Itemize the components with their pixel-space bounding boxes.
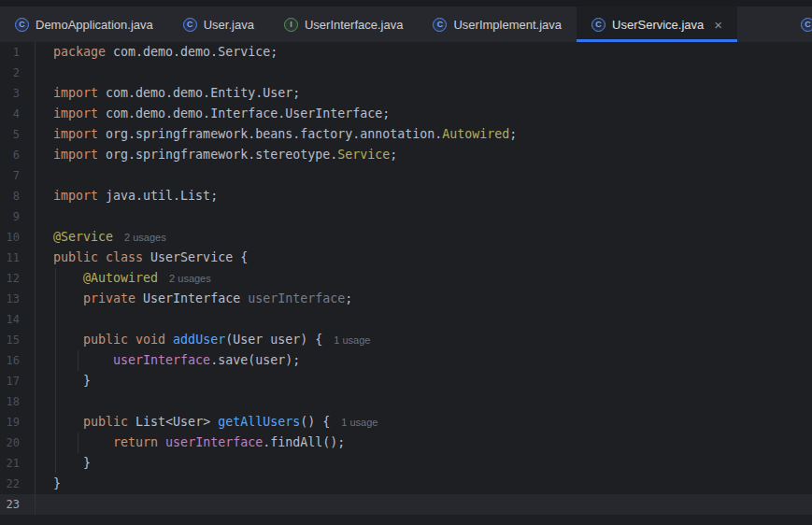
code-line[interactable]: 8import java.util.List; <box>0 186 812 206</box>
code-text <box>36 165 53 186</box>
code-line[interactable]: 17 } <box>0 371 812 391</box>
code-line[interactable]: 19 public List<User> getAllUsers() {1 us… <box>0 412 812 433</box>
code-line[interactable]: 16 userInterface.save(user); <box>0 350 812 371</box>
line-number[interactable]: 1 <box>0 42 36 63</box>
code-line[interactable]: 2 <box>0 63 812 83</box>
code-text: public class UserService { <box>36 248 248 268</box>
tab-label: UserService.java <box>612 18 704 32</box>
close-icon[interactable]: × <box>714 18 722 32</box>
line-number[interactable]: 13 <box>0 289 36 309</box>
line-number[interactable]: 21 <box>0 453 36 474</box>
code-line[interactable]: 15 public void addUser(User user) {1 usa… <box>0 330 812 350</box>
code-line[interactable]: 13 private UserInterface userInterface; <box>0 289 812 309</box>
line-number[interactable]: 3 <box>0 83 36 104</box>
line-number[interactable]: 5 <box>0 124 36 145</box>
code-text: } <box>36 453 91 474</box>
line-number[interactable]: 9 <box>0 206 36 227</box>
line-number[interactable]: 7 <box>0 165 36 186</box>
class-icon: C <box>15 18 29 32</box>
code-line[interactable]: 7 <box>0 165 812 186</box>
code-line[interactable]: 18 <box>0 391 812 412</box>
tab-demoapplication-java[interactable]: C DemoApplication.java <box>0 7 168 42</box>
usage-hint[interactable]: 2 usages <box>124 232 166 243</box>
code-line[interactable]: 21 } <box>0 453 812 474</box>
code-text: package com.demo.demo.Service; <box>36 42 278 63</box>
indent-guide <box>78 350 78 371</box>
code-text <box>36 494 53 515</box>
code-text: private UserInterface userInterface; <box>36 289 352 309</box>
line-number[interactable]: 18 <box>0 391 36 412</box>
code-line[interactable]: 5import org.springframework.beans.factor… <box>0 124 812 145</box>
usage-hint[interactable]: 2 usages <box>169 273 211 284</box>
line-number[interactable]: 23 <box>0 494 36 515</box>
ide-window: C DemoApplication.java C User.java I Use… <box>0 0 812 525</box>
code-text: @Service2 usages <box>36 227 166 248</box>
line-number[interactable]: 6 <box>0 145 36 165</box>
tab-userinterface-java[interactable]: I UserInterface.java <box>269 7 419 42</box>
code-text <box>36 63 53 83</box>
code-line[interactable]: 9 <box>0 206 812 227</box>
code-line[interactable]: 20 return userInterface.findAll(); <box>0 433 812 453</box>
indent-guide <box>78 433 78 453</box>
tab-label: User.java <box>204 18 254 32</box>
code-line[interactable]: 1package com.demo.demo.Service; <box>0 42 812 63</box>
tab-user-java[interactable]: C User.java <box>168 7 269 42</box>
code-text <box>36 309 53 330</box>
code-line[interactable]: 10@Service2 usages <box>0 227 812 248</box>
code-line[interactable]: 22} <box>0 474 812 494</box>
code-line[interactable]: 4import com.demo.demo.Interface.UserInte… <box>0 104 812 124</box>
code-text: return userInterface.findAll(); <box>36 433 345 453</box>
code-line[interactable]: 14 <box>0 309 812 330</box>
code-lines-container: 1package com.demo.demo.Service;23import … <box>0 42 812 515</box>
line-number[interactable]: 15 <box>0 330 36 350</box>
code-line[interactable]: 6import org.springframework.stereotype.S… <box>0 145 812 165</box>
line-number[interactable]: 10 <box>0 227 36 248</box>
line-number[interactable]: 22 <box>0 474 36 494</box>
line-number[interactable]: 17 <box>0 371 36 391</box>
line-number[interactable]: 11 <box>0 248 36 268</box>
tab-userservice-java[interactable]: C UserService.java × <box>577 7 737 42</box>
window-top-strip <box>0 0 812 7</box>
tab-partial-clipped[interactable]: C <box>801 7 812 42</box>
tab-label: DemoApplication.java <box>36 18 153 32</box>
code-line[interactable]: 3import com.demo.demo.Entity.User; <box>0 83 812 104</box>
line-number[interactable]: 8 <box>0 186 36 206</box>
line-number[interactable]: 12 <box>0 268 36 289</box>
class-icon: C <box>801 18 812 32</box>
line-number[interactable]: 20 <box>0 433 36 453</box>
editor-tab-bar: C DemoApplication.java C User.java I Use… <box>0 7 812 42</box>
code-text: userInterface.save(user); <box>36 350 300 371</box>
code-text: import com.demo.demo.Interface.UserInter… <box>36 104 390 124</box>
class-icon: C <box>433 18 447 32</box>
code-line[interactable]: 11public class UserService { <box>0 248 812 268</box>
class-icon: C <box>183 18 197 32</box>
line-number[interactable]: 4 <box>0 104 36 124</box>
code-line-current[interactable]: 23 <box>0 494 812 515</box>
code-text: import com.demo.demo.Entity.User; <box>36 83 300 104</box>
code-editor[interactable]: 1package com.demo.demo.Service;23import … <box>0 42 812 525</box>
usage-hint[interactable]: 1 usage <box>341 417 378 428</box>
code-text: } <box>36 371 91 391</box>
usage-hint[interactable]: 1 usage <box>334 334 370 346</box>
tab-label: UserInterface.java <box>305 18 404 32</box>
line-number[interactable]: 14 <box>0 309 36 330</box>
code-text: public void addUser(User user) {1 usage <box>36 330 370 350</box>
code-text: import org.springframework.beans.factory… <box>36 124 517 145</box>
line-number[interactable]: 2 <box>0 63 36 83</box>
code-text: public List<User> getAllUsers() {1 usage <box>36 412 378 433</box>
code-text: @Autowired2 usages <box>36 268 211 289</box>
tab-label: UserImplement.java <box>453 18 562 32</box>
code-text: import java.util.List; <box>36 186 218 206</box>
class-icon: C <box>591 18 605 32</box>
code-text: import org.springframework.stereotype.Se… <box>36 145 397 165</box>
interface-icon: I <box>284 18 298 32</box>
line-number[interactable]: 16 <box>0 350 36 371</box>
line-number[interactable]: 19 <box>0 412 36 433</box>
code-line[interactable]: 12 @Autowired2 usages <box>0 268 812 289</box>
code-text <box>36 391 53 412</box>
code-text <box>36 206 53 227</box>
indent-guide <box>55 268 56 474</box>
tab-userimplement-java[interactable]: C UserImplement.java <box>418 7 577 42</box>
code-text: } <box>36 474 61 494</box>
